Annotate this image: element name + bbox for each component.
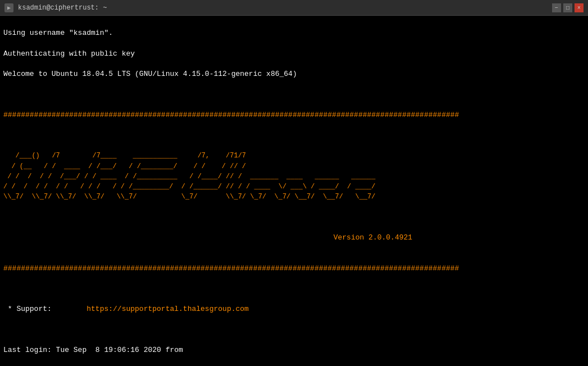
line-auth: Authenticating with public key	[3, 49, 135, 58]
line-username: Using username "ksadmin".	[3, 29, 113, 37]
titlebar-controls: − □ ×	[552, 3, 584, 12]
maximize-button[interactable]: □	[563, 3, 572, 12]
separator-top: ########################################…	[3, 111, 459, 119]
terminal[interactable]: Using username "ksadmin". Authenticating…	[0, 16, 588, 366]
close-button[interactable]: ×	[575, 3, 584, 12]
line-welcome: Welcome to Ubuntu 18.04.5 LTS (GNU/Linux…	[3, 70, 297, 78]
support-url[interactable]: https://supportportal.thalesgroup.com	[86, 305, 249, 313]
terminal-icon: ▶	[4, 3, 13, 12]
minimize-button[interactable]: −	[552, 3, 561, 12]
titlebar-title: ksadmin@ciphertrust: ~	[18, 4, 107, 12]
ascii-art: /___() /7 /7____ ___________ /7, /71/7 /…	[3, 152, 376, 201]
titlebar: ▶ ksadmin@ciphertrust: ~ − □ ×	[0, 0, 588, 16]
last-login: Last login: Tue Sep 8 19:06:16 2020 from	[3, 346, 183, 354]
version-line: Version 2.0.0.4921	[3, 233, 585, 243]
support-line: * Support: https://supportportal.thalesg…	[3, 305, 249, 313]
separator-bottom: ########################################…	[3, 264, 459, 273]
